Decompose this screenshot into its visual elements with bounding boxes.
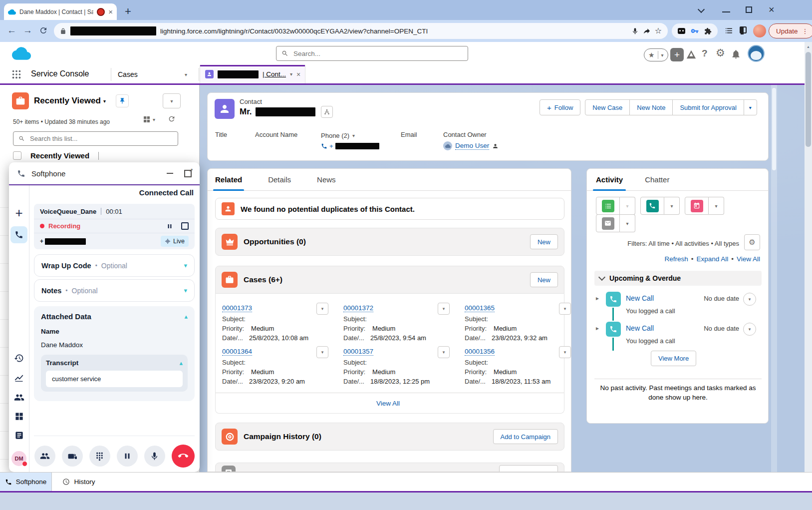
utility-history-tab[interactable]: History (52, 473, 106, 491)
end-call-button[interactable] (172, 445, 195, 468)
rail-history-icon[interactable] (9, 353, 29, 363)
case-tile[interactable]: 00001365 ▾ Subject: Priority:Medium Date… (465, 304, 564, 342)
column-divider[interactable] (98, 152, 99, 160)
view-all-link[interactable]: View All (737, 255, 760, 263)
chrome-update-button[interactable]: Update ⋮ (769, 23, 812, 38)
share-icon[interactable] (643, 27, 651, 35)
campaign-history-title[interactable]: Campaign History (0) (244, 432, 487, 441)
tab-related[interactable]: Related (215, 169, 242, 191)
case-number-link[interactable]: 00001373 (222, 304, 252, 312)
case-row-menu-button[interactable]: ▾ (559, 303, 571, 315)
new-tab-button[interactable]: + (125, 5, 131, 18)
task-dropdown-button[interactable]: ▾ (620, 197, 635, 215)
tab-details[interactable]: Details (268, 175, 291, 184)
record-tab-dropdown-icon[interactable]: ▾ (290, 71, 292, 77)
dialpad-button[interactable] (89, 446, 110, 467)
list-view-title[interactable]: Recently Viewed (34, 96, 101, 106)
cases-section-header[interactable]: Cases (6+) New (215, 266, 564, 294)
timeline-expand-icon[interactable]: ▸ (596, 295, 599, 302)
add-to-campaign-button[interactable]: Add to Campaign (493, 429, 558, 444)
softphone-popout-icon[interactable]: ↗ (184, 170, 192, 177)
window-minimize-button[interactable] (722, 11, 730, 12)
owner-link[interactable]: Demo User (455, 142, 489, 150)
tab-news[interactable]: News (317, 175, 336, 184)
case-tile[interactable]: 00001356 ▾ Subject: Priority:Medium Date… (465, 348, 564, 385)
setup-gear-icon[interactable]: ⚙ (716, 47, 725, 59)
record-tab-contact[interactable]: | Cont... ▾ × (200, 65, 305, 83)
case-number-link[interactable]: 00001364 (222, 348, 252, 356)
timeline-item-menu-button[interactable]: ▾ (743, 323, 756, 336)
utility-softphone-tab[interactable]: Softphone (0, 473, 52, 491)
wrapup-code-card[interactable]: Wrap Up Code • Optional ▾ (34, 254, 195, 277)
refresh-list-icon[interactable] (168, 115, 176, 123)
mic-permission-icon[interactable] (631, 27, 639, 35)
case-row-menu-button[interactable]: ▾ (438, 303, 450, 315)
case-row-menu-button[interactable]: ▾ (316, 303, 328, 315)
new-note-button[interactable]: New Note (629, 99, 673, 115)
browser-tab[interactable]: Dane Maddox | Contact | Sal × (4, 3, 117, 20)
rail-contacts-icon[interactable] (9, 392, 29, 403)
notifications-bell-icon[interactable] (731, 49, 741, 59)
new-case-button[interactable]: New Case (585, 99, 630, 115)
help-icon[interactable]: ? (702, 48, 708, 59)
hold-button[interactable] (117, 446, 138, 467)
rail-add-button[interactable]: + (9, 205, 29, 221)
next-section-header-partial[interactable] (215, 463, 564, 472)
expand-all-link[interactable]: Expand All (696, 255, 728, 263)
field-phone-label-row[interactable]: Phone (2) ▾ (321, 132, 355, 139)
follow-button[interactable]: +Follow (540, 99, 580, 115)
call-dropdown-button[interactable]: ▾ (664, 197, 680, 215)
conference-button[interactable] (34, 446, 55, 467)
event-dropdown-button[interactable]: ▾ (709, 197, 724, 215)
wrapup-expand-icon[interactable]: ▾ (184, 262, 187, 269)
list-search-box[interactable] (13, 131, 178, 146)
browser-scrollbar[interactable]: ▲ (805, 42, 812, 510)
phone-dropdown-icon[interactable]: ▾ (352, 133, 355, 138)
nav-tab-cases-dropdown-icon[interactable]: ▾ (185, 72, 187, 77)
softphone-minimize-icon[interactable] (167, 173, 173, 174)
timeline-item-title[interactable]: New Call (626, 294, 654, 302)
timeline-item-title[interactable]: New Call (626, 324, 654, 332)
refresh-link[interactable]: Refresh (664, 255, 688, 263)
hierarchy-button[interactable] (321, 106, 333, 118)
change-owner-icon[interactable] (492, 143, 499, 149)
email-dropdown-button[interactable]: ▾ (620, 214, 635, 232)
side-panel-icon[interactable] (740, 26, 747, 33)
favorites-button[interactable]: ★ ▾ (644, 48, 668, 61)
case-number-link[interactable]: 00001365 (465, 304, 495, 312)
attached-collapse-icon[interactable]: ▴ (184, 313, 188, 320)
case-number-link[interactable]: 00001372 (343, 304, 373, 312)
pin-list-button[interactable] (116, 94, 129, 107)
rail-stats-icon[interactable] (9, 373, 29, 383)
softphone-header[interactable]: Softphone ↗ (9, 162, 200, 185)
lock-icon[interactable] (60, 28, 66, 34)
case-row-menu-button[interactable]: ▾ (438, 346, 450, 358)
campaign-history-section-header[interactable]: Campaign History (0) Add to Campaign (215, 423, 564, 451)
upcoming-overdue-bar[interactable]: Upcoming & Overdue (594, 271, 762, 286)
url-bar[interactable]: lightning.force.com/lightning/r/Contact/… (54, 23, 668, 39)
browser-scrollbar-thumb[interactable] (806, 52, 811, 147)
mute-button[interactable] (144, 446, 165, 467)
case-row-menu-button[interactable]: ▾ (316, 346, 328, 358)
reading-list-icon[interactable] (725, 26, 733, 35)
content-scrollbar-thumb[interactable] (772, 88, 776, 170)
nav-tab-cases[interactable]: Cases (118, 70, 138, 78)
transcript-collapse-icon[interactable]: ▴ (179, 359, 183, 367)
robot-extension-icon[interactable] (678, 28, 685, 34)
transcript-field[interactable]: customer service (46, 371, 183, 387)
new-task-button[interactable] (596, 197, 620, 215)
forward-button[interactable]: → (23, 25, 32, 36)
tab-chatter[interactable]: Chatter (645, 175, 669, 184)
favorites-star-icon[interactable]: ★ (645, 51, 658, 59)
new-opportunity-button[interactable]: New (530, 234, 558, 249)
cases-view-all-link[interactable]: View All (376, 400, 400, 407)
list-search-input[interactable] (29, 134, 173, 143)
browser-menu-icon[interactable]: ⋮ (802, 27, 809, 35)
stop-recording-icon[interactable] (181, 222, 189, 230)
bookmark-star-icon[interactable]: ☆ (655, 27, 662, 35)
case-row-menu-button[interactable]: ▾ (559, 346, 571, 358)
opportunities-title[interactable]: Opportunities (0) (244, 237, 524, 246)
new-event-button[interactable] (685, 197, 709, 215)
record-tab-close-icon[interactable]: × (296, 70, 300, 78)
guidance-center-icon[interactable] (686, 49, 697, 60)
